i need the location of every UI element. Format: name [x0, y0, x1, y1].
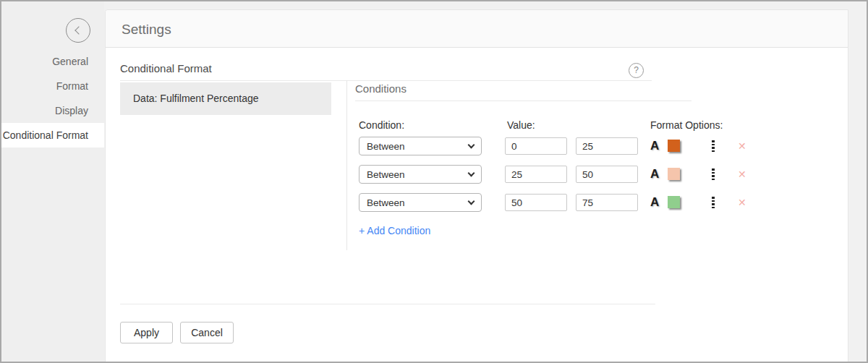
value-max-input[interactable] — [576, 194, 638, 211]
settings-window: General Format Display Conditional Forma… — [0, 0, 868, 363]
background-color-swatch[interactable] — [668, 140, 680, 152]
value-max-input[interactable] — [576, 137, 638, 155]
font-color-button[interactable]: A — [650, 167, 659, 182]
font-color-button[interactable]: A — [650, 195, 659, 210]
remove-condition-icon[interactable]: ✕ — [738, 167, 746, 182]
remove-condition-icon[interactable]: ✕ — [738, 195, 746, 210]
value-min-input[interactable] — [505, 194, 567, 211]
divider — [120, 80, 652, 81]
font-color-button[interactable]: A — [650, 139, 659, 153]
section-title: Conditional Format — [120, 62, 212, 74]
value-max-input[interactable] — [576, 166, 638, 183]
value-min-input[interactable] — [505, 137, 567, 155]
remove-condition-icon[interactable]: ✕ — [738, 139, 746, 153]
sidebar-nav: General Format Display Conditional Forma… — [0, 49, 104, 148]
panel-header: Settings — [106, 10, 848, 48]
condition-select-wrap: Between — [359, 193, 482, 212]
chevron-left-icon — [75, 26, 82, 34]
settings-panel: Settings Conditional Format ? Data: Fulf… — [105, 9, 848, 363]
background-color-swatch[interactable] — [668, 196, 680, 208]
data-field-item[interactable]: Data: Fulfilment Percentage — [120, 82, 331, 115]
conditions-column-labels: Condition: Value: Format Options: — [355, 119, 760, 132]
format-options-column-label: Format Options: — [650, 119, 723, 131]
add-condition-link[interactable]: + Add Condition — [359, 225, 430, 236]
condition-select[interactable]: Between — [359, 137, 482, 155]
condition-select[interactable]: Between — [359, 193, 482, 212]
vertical-divider — [346, 80, 347, 250]
more-options-icon[interactable] — [712, 140, 715, 153]
back-button[interactable] — [66, 18, 90, 43]
condition-column-label: Condition: — [359, 119, 404, 131]
more-options-icon[interactable] — [712, 168, 715, 181]
sidebar: General Format Display Conditional Forma… — [0, 0, 104, 363]
condition-select-wrap: Between — [359, 137, 482, 155]
condition-row: Between A ✕ — [355, 165, 775, 184]
divider — [120, 304, 655, 304]
sidebar-item-display[interactable]: Display — [0, 98, 104, 123]
value-column-label: Value: — [507, 119, 535, 131]
page-title: Settings — [122, 22, 171, 38]
cancel-button[interactable]: Cancel — [180, 322, 234, 343]
apply-button[interactable]: Apply — [120, 322, 173, 343]
sidebar-item-format[interactable]: Format — [0, 74, 104, 98]
help-icon[interactable]: ? — [629, 63, 644, 78]
value-min-input[interactable] — [505, 166, 567, 183]
condition-row: Between A ✕ — [355, 137, 775, 155]
divider — [355, 101, 692, 101]
more-options-icon[interactable] — [712, 197, 715, 209]
condition-select-wrap: Between — [359, 165, 482, 184]
background-color-swatch[interactable] — [668, 168, 680, 180]
condition-select[interactable]: Between — [359, 165, 482, 184]
condition-row: Between A ✕ — [355, 193, 775, 212]
sidebar-item-general[interactable]: General — [0, 49, 104, 74]
sidebar-item-conditional-format[interactable]: Conditional Format — [0, 123, 104, 148]
conditions-title: Conditions — [355, 82, 407, 95]
